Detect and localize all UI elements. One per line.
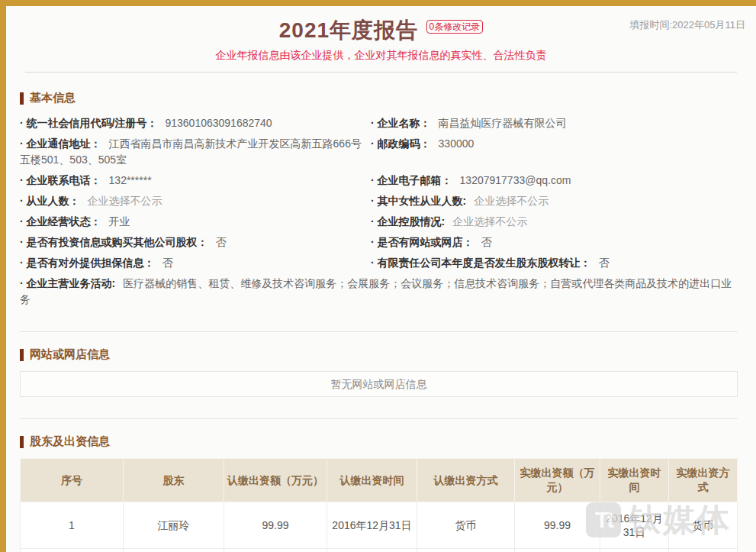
info-field: 是否有投资信息或购买其他公司股权：否 [20,232,371,253]
section-marker-icon [20,349,24,361]
field-label: 企业通信地址： [20,137,101,150]
field-label: 企业控股情况: [371,215,445,228]
cell-paid-method: 货币 [669,549,738,552]
shareholder-table: 序号股东认缴出资额（万元）认缴出资时间认缴出资方式实缴出资额（万元）实缴出资时间… [20,458,738,552]
title-row: 2021年度报告 0条修改记录 [279,18,483,46]
info-field: 从业人数：企业选择不公示 [20,191,371,211]
info-field: 企业主营业务活动:医疗器械的销售、租赁、维修及技术咨询服务；会展服务；会议服务；… [20,273,738,310]
field-value: 132****** [109,174,152,186]
table-column-header: 实缴出资额（万元） [515,459,600,502]
field-label: 是否有网站或网店： [371,236,474,248]
disclaimer-text: 企业年报信息由该企业提供，企业对其年报信息的真实性、合法性负责 [6,49,756,63]
field-label: 是否有投资信息或购买其他公司股权： [20,236,208,248]
info-field: 企业经营状态：开业 [20,211,371,232]
table-column-header: 实缴出资时间 [600,459,669,502]
website-info-title: 网站或网店信息 [20,347,738,362]
info-field: 其中女性从业人数:企业选择不公示 [371,191,738,211]
field-label: 企业经营状态： [20,215,101,228]
cell-paid-method: 货币 [669,502,738,549]
basic-info-title: 基本信息 [20,91,738,105]
field-label: 其中女性从业人数: [371,195,466,207]
info-field: 企业通信地址：江西省南昌市南昌高新技术产业开发区高新五路666号五楼501、50… [20,134,371,170]
table-column-header: 序号 [21,459,124,502]
section-marker-icon [20,92,24,105]
field-label: 有限责任公司本年度是否发生股东股权转让： [371,257,591,269]
info-field: 企业名称：南昌益灿医疗器械有限公司 [371,113,738,134]
shareholder-table-head: 序号股东认缴出资额（万元）认缴出资时间认缴出资方式实缴出资额（万元）实缴出资时间… [21,459,738,502]
info-field: 统一社会信用代码/注册号：913601063091682740 [20,113,371,134]
field-value: 否 [162,257,173,269]
header-divider [25,72,737,73]
cell-subscribed-amount: 99.99 [224,502,327,549]
field-label: 企业电子邮箱： [371,174,452,186]
cell-subscribed-amount: 1.01 [224,549,327,552]
field-label: 统一社会信用代码/注册号： [20,117,157,129]
field-label: 企业联系电话： [20,174,101,186]
table-column-header: 认缴出资时间 [327,459,417,502]
section-marker-icon [20,436,24,448]
shareholder-info-title: 股东及出资信息 [20,434,738,449]
field-label: 企业主营业务活动: [20,277,115,289]
field-value: 913601063091682740 [165,117,272,129]
cell-shareholder: 江丽玲 [124,502,224,549]
field-value: 否 [216,236,227,248]
section-title-label: 网站或网店信息 [30,347,110,362]
page-title: 2021年度报告 [279,18,418,42]
section-title-label: 股东及出资信息 [30,434,110,449]
field-value: 医疗器械的销售、租赁、维修及技术咨询服务；会展服务；会议服务；信息技术咨询服务；… [20,277,732,305]
cell-subscribed-date: 2016年12月31日 [327,549,417,552]
annual-report-page: { "page": { "fill_time": "填报时间:2022年05月1… [0,0,756,552]
info-field: 是否有网站或网店：否 [371,232,738,253]
table-column-header: 认缴出资额（万元） [224,459,327,502]
fill-time: 填报时间:2022年05月11日 [630,18,746,32]
table-column-header: 认缴出资方式 [417,459,515,502]
modification-records-badge[interactable]: 0条修改记录 [426,20,484,34]
field-value: 否 [599,257,610,269]
cell-paid-amount: 1.01 [515,549,600,552]
basic-info-fields: 统一社会信用代码/注册号：913601063091682740 企业名称：南昌益… [20,113,738,310]
shareholder-table-body: 1 江丽玲 99.99 2016年12月31日 货币 99.99 2016年12… [21,502,738,552]
info-field: 是否有对外提供担保信息：否 [20,253,371,273]
info-field: 企业控股情况:企业选择不公示 [371,211,738,232]
report-header: 填报时间:2022年05月11日 2021年度报告 0条修改记录 企业年报信息由… [6,6,756,73]
cell-subscribed-method: 货币 [417,502,515,549]
field-value: 否 [481,236,492,248]
field-value: 330000 [439,137,475,150]
field-value: 13207917733@qq.com [460,174,571,186]
field-value: 企业选择不公示 [88,195,162,207]
field-label: 从业人数： [20,195,80,207]
field-label: 企业名称： [371,117,431,129]
section-basic-info: 基本信息 统一社会信用代码/注册号：913601063091682740 企业名… [20,73,738,310]
field-value: 企业选择不公示 [452,215,527,228]
info-field: 邮政编码：330000 [371,134,738,154]
table-row: 2 盛耀辉 1.01 2016年12月31日 货币 1.01 2016年12月3… [21,549,738,552]
table-column-header: 实缴出资方式 [669,459,738,502]
section-website-info: 网站或网店信息 暂无网站或网店信息 [20,331,738,397]
field-value: 企业选择不公示 [474,195,549,207]
cell-paid-date: 2016年12月31日 [600,549,669,552]
field-label: 邮政编码： [371,137,431,150]
field-label: 是否有对外提供担保信息： [20,257,155,269]
info-field: 企业联系电话：132****** [20,170,371,191]
cell-index: 2 [21,549,124,552]
field-value: 南昌益灿医疗器械有限公司 [439,117,567,129]
info-field: 企业电子邮箱：13207917733@qq.com [371,170,738,191]
website-empty-message: 暂无网站或网店信息 [20,371,738,397]
cell-subscribed-method: 货币 [417,549,515,552]
field-value: 开业 [109,215,130,228]
section-title-label: 基本信息 [30,91,76,105]
section-shareholder-info: 股东及出资信息 序号股东认缴出资额（万元）认缴出资时间认缴出资方式实缴出资额（万… [20,418,738,552]
table-column-header: 股东 [124,459,224,502]
cell-paid-amount: 99.99 [515,502,600,549]
cell-index: 1 [21,502,124,549]
cell-paid-date: 2016年12月31日 [600,502,669,549]
cell-shareholder: 盛耀辉 [124,549,224,552]
info-field: 有限责任公司本年度是否发生股东股权转让：否 [371,253,738,273]
table-row: 1 江丽玲 99.99 2016年12月31日 货币 99.99 2016年12… [21,502,738,549]
report-body: 基本信息 统一社会信用代码/注册号：913601063091682740 企业名… [6,73,756,552]
cell-subscribed-date: 2016年12月31日 [327,502,417,549]
